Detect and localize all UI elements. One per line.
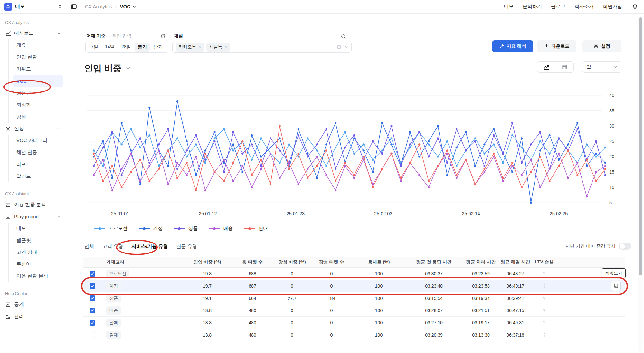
- chart-point[interactable]: [223, 159, 225, 161]
- chart-point[interactable]: [204, 153, 206, 155]
- chart-point[interactable]: [158, 149, 160, 151]
- chart-point[interactable]: [260, 137, 262, 139]
- sidebar-item-검색[interactable]: 검색: [13, 111, 63, 123]
- row-checkbox[interactable]: [90, 332, 95, 338]
- chart-point[interactable]: [214, 137, 216, 139]
- chart-point[interactable]: [428, 186, 430, 188]
- chart-point[interactable]: [390, 153, 392, 155]
- chart-point[interactable]: [372, 140, 374, 142]
- chart-point[interactable]: [242, 165, 243, 167]
- chart-point[interactable]: [502, 180, 504, 182]
- chart-point[interactable]: [530, 159, 532, 161]
- chart-point[interactable]: [204, 159, 206, 161]
- chart-point[interactable]: [260, 168, 262, 170]
- date-manual-label[interactable]: 직접 입력: [112, 33, 131, 39]
- chart-point[interactable]: [335, 189, 336, 191]
- chart-point[interactable]: [381, 153, 383, 155]
- chart-point[interactable]: [428, 140, 430, 142]
- chart-point[interactable]: [325, 128, 327, 130]
- legend-item-프로모션[interactable]: 프로모션: [94, 225, 128, 232]
- chart-point[interactable]: [186, 149, 188, 151]
- chart-point[interactable]: [372, 171, 374, 173]
- chart-point[interactable]: [121, 168, 123, 170]
- chart-point[interactable]: [400, 165, 402, 167]
- chart-point[interactable]: [93, 149, 95, 151]
- tab-고객-유형[interactable]: 고객 유형: [102, 242, 123, 251]
- chart-point[interactable]: [446, 149, 448, 151]
- chart-point[interactable]: [251, 143, 253, 145]
- chart-point[interactable]: [111, 189, 113, 191]
- chart-point[interactable]: [400, 177, 402, 179]
- chart-point[interactable]: [307, 153, 308, 155]
- chart-point[interactable]: [400, 180, 402, 182]
- chart-point[interactable]: [204, 149, 206, 151]
- chart-point[interactable]: [437, 125, 439, 127]
- chart-point[interactable]: [363, 149, 365, 151]
- chart-point[interactable]: [279, 177, 281, 179]
- chart-point[interactable]: [586, 143, 588, 145]
- chart-point[interactable]: [549, 153, 551, 155]
- sidebar-item-대시보드[interactable]: 대시보드: [4, 27, 63, 39]
- chart-point[interactable]: [493, 128, 495, 130]
- legend-item-계정[interactable]: 계정: [138, 225, 163, 232]
- table-row-계정[interactable]: 계정19.76870010003:23:4003:23:5806:49:17?: [83, 280, 625, 292]
- delta-toggle-switch[interactable]: [619, 243, 631, 250]
- chart-point[interactable]: [102, 180, 104, 182]
- chart-point[interactable]: [167, 183, 169, 185]
- chart-point[interactable]: [381, 168, 383, 170]
- chart-point[interactable]: [363, 156, 365, 157]
- chart-point[interactable]: [232, 131, 234, 133]
- chart-point[interactable]: [186, 174, 188, 176]
- chart-point[interactable]: [195, 134, 197, 136]
- chart-point[interactable]: [576, 174, 578, 176]
- chart-point[interactable]: [604, 147, 606, 148]
- sidebar-item-상담원[interactable]: 상담원: [13, 87, 63, 99]
- sidebar-item-개요[interactable]: 개요: [13, 39, 63, 51]
- chart-point[interactable]: [130, 153, 132, 155]
- chart-point[interactable]: [456, 128, 458, 130]
- chart-point[interactable]: [502, 162, 504, 164]
- chart-point[interactable]: [139, 183, 141, 185]
- chart-point[interactable]: [595, 171, 597, 173]
- chart-point[interactable]: [604, 162, 606, 164]
- chart-point[interactable]: [298, 128, 299, 130]
- chart-point[interactable]: [428, 180, 430, 182]
- chart-point[interactable]: [232, 143, 234, 145]
- chart-point[interactable]: [344, 165, 346, 167]
- sidebar-item-voc-카테고리[interactable]: VOC 카테고리: [13, 135, 63, 147]
- legend-item-배송[interactable]: 배송: [209, 225, 233, 232]
- date-option-7일[interactable]: 7일: [88, 43, 101, 52]
- tab-전체[interactable]: 전체: [84, 242, 94, 251]
- chart-point[interactable]: [465, 159, 467, 161]
- chart-point[interactable]: [325, 149, 327, 151]
- chart-point[interactable]: [446, 162, 448, 164]
- chart-point[interactable]: [353, 177, 355, 179]
- chart-point[interactable]: [316, 177, 318, 179]
- sidebar-item-최적화[interactable]: 최적화: [13, 99, 63, 111]
- channel-chip-1[interactable]: 카카오톡×: [176, 43, 204, 52]
- sidebar-item-이용-현황-분석[interactable]: 이용 현황 분석: [4, 199, 63, 211]
- chart-point[interactable]: [344, 162, 346, 164]
- chart-point[interactable]: [474, 137, 476, 139]
- download-button[interactable]: 다운로드: [537, 40, 576, 52]
- chart-point[interactable]: [418, 131, 420, 133]
- chart-point[interactable]: [111, 131, 113, 133]
- chip-remove-icon[interactable]: ×: [224, 44, 227, 49]
- chart-point[interactable]: [474, 183, 476, 185]
- sidebar-item-통계[interactable]: 통계: [4, 299, 63, 310]
- date-basis-label[interactable]: 어제 기준: [86, 33, 106, 39]
- topnav-link-2[interactable]: 문의하기: [523, 4, 542, 10]
- chart-point[interactable]: [539, 186, 541, 188]
- chart-point[interactable]: [604, 168, 606, 170]
- chart-point[interactable]: [102, 140, 104, 142]
- chart-point[interactable]: [344, 131, 346, 133]
- chart-point[interactable]: [521, 174, 523, 176]
- workspace-switcher[interactable]: 데모: [0, 0, 66, 14]
- chart-point[interactable]: [130, 149, 132, 151]
- chart-point[interactable]: [102, 165, 104, 167]
- tab-질문-유형[interactable]: 질문 유형: [176, 242, 197, 251]
- chart-point[interactable]: [549, 168, 551, 170]
- chart-point[interactable]: [530, 143, 532, 145]
- chart-point[interactable]: [251, 174, 253, 176]
- chart-point[interactable]: [558, 137, 560, 139]
